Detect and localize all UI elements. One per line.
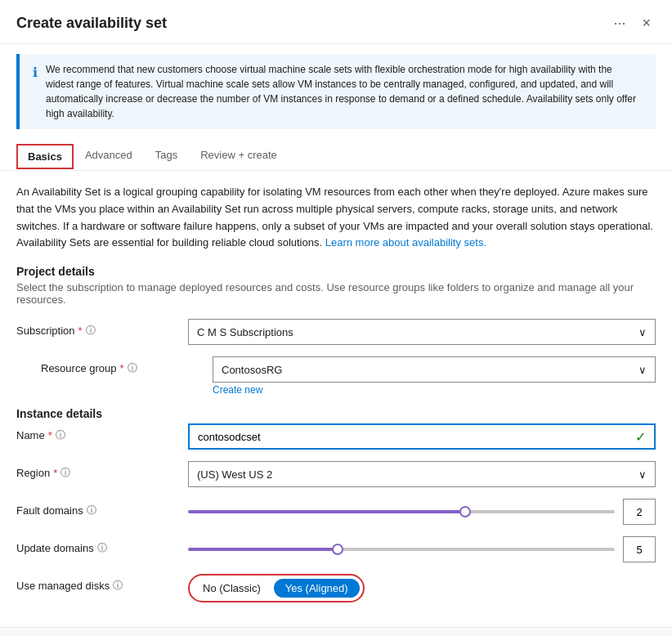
region-arrow-icon: ∨ [638, 468, 647, 481]
managed-disks-no-btn[interactable]: No (Classic) [191, 577, 272, 599]
managed-disks-yes-btn[interactable]: Yes (Aligned) [274, 579, 360, 598]
fault-domains-slider-row: 2 [188, 499, 656, 525]
subscription-dropdown[interactable]: C M S Subscriptions ∨ [188, 319, 656, 345]
header-actions: ··· × [608, 13, 656, 34]
info-banner-text: We recommend that new customers choose v… [46, 62, 643, 121]
project-details-title: Project details [16, 265, 656, 278]
tab-tags[interactable]: Tags [144, 142, 189, 170]
update-domains-label: Update domains ⓘ [16, 536, 180, 555]
fault-domains-info-icon[interactable]: ⓘ [87, 504, 96, 517]
region-row: Region * ⓘ (US) West US 2 ∨ [16, 461, 656, 487]
name-required: * [48, 429, 52, 441]
info-icon: ℹ [33, 63, 38, 121]
dialog-header: Create availability set ··· × [0, 0, 672, 44]
fault-domains-slider-track [188, 510, 615, 513]
dialog-title: Create availability set [16, 15, 167, 32]
update-domains-slider-track [188, 548, 615, 551]
managed-disks-info-icon[interactable]: ⓘ [113, 579, 123, 593]
fault-domains-label: Fault domains ⓘ [16, 499, 180, 517]
resource-group-control: ContososRG ∨ Create new [213, 356, 656, 396]
rg-arrow-icon: ∨ [638, 364, 647, 376]
tab-advanced[interactable]: Advanced [74, 142, 144, 170]
update-domains-info-icon[interactable]: ⓘ [97, 541, 107, 555]
name-label: Name * ⓘ [16, 423, 180, 442]
subscription-row: Subscription * ⓘ C M S Subscriptions ∨ [16, 319, 656, 345]
update-domains-slider-thumb[interactable] [332, 544, 343, 555]
fault-domains-value: 2 [623, 499, 656, 525]
close-button[interactable]: × [637, 13, 656, 34]
resource-group-row: Resource group * ⓘ ContososRG ∨ Create n… [41, 356, 656, 396]
update-domains-slider-row: 5 [188, 536, 656, 562]
name-input[interactable]: contosodcset ✓ [188, 423, 656, 450]
fault-domains-slider-thumb[interactable] [459, 506, 471, 517]
update-domains-value: 5 [623, 536, 656, 562]
managed-disks-label: Use managed disks ⓘ [16, 574, 180, 593]
update-domains-row: Update domains ⓘ 5 [16, 536, 656, 562]
name-row: Name * ⓘ contosodcset ✓ [16, 423, 656, 450]
learn-more-link[interactable]: Learn more about availability sets. [325, 236, 486, 249]
fault-domains-slider-container [188, 502, 615, 522]
subscription-control: C M S Subscriptions ∨ [188, 319, 656, 345]
region-required: * [53, 467, 57, 479]
tab-basics[interactable]: Basics [16, 144, 74, 169]
managed-disks-control: No (Classic) Yes (Aligned) [188, 574, 656, 602]
resource-group-label: Resource group * ⓘ [41, 356, 204, 375]
resource-group-dropdown[interactable]: ContososRG ∨ [213, 356, 656, 383]
region-control: (US) West US 2 ∨ [188, 461, 656, 487]
update-domains-slider-container [188, 540, 615, 559]
update-domains-control: 5 [188, 536, 656, 562]
name-valid-icon: ✓ [635, 429, 646, 445]
name-control: contosodcset ✓ [188, 423, 656, 450]
region-dropdown[interactable]: (US) West US 2 ∨ [188, 461, 656, 487]
managed-disks-toggle-group: No (Classic) Yes (Aligned) [188, 574, 365, 602]
tab-review-create[interactable]: Review + create [189, 142, 289, 170]
tabs-container: Basics Advanced Tags Review + create [0, 142, 672, 171]
project-details-desc: Select the subscription to manage deploy… [16, 281, 656, 306]
fault-domains-control: 2 [188, 499, 656, 525]
rg-required: * [120, 362, 124, 374]
rg-info-icon[interactable]: ⓘ [128, 361, 137, 375]
project-details-section: Project details Select the subscription … [16, 265, 656, 396]
region-info-icon[interactable]: ⓘ [60, 466, 70, 480]
create-availability-set-dialog: Create availability set ··· × ℹ We recom… [0, 0, 672, 636]
dialog-footer: Review + create < Previous Next : Advanc… [0, 627, 672, 636]
region-label: Region * ⓘ [16, 461, 180, 480]
info-banner: ℹ We recommend that new customers choose… [16, 54, 656, 129]
subscription-required: * [78, 325, 83, 337]
description-text: An Availability Set is a logical groupin… [16, 184, 656, 252]
managed-disks-row: Use managed disks ⓘ No (Classic) Yes (Al… [16, 574, 656, 602]
subscription-info-icon[interactable]: ⓘ [86, 324, 96, 338]
main-content: An Availability Set is a logical groupin… [0, 171, 672, 627]
instance-details-section: Instance details Name * ⓘ contosodcset ✓ [16, 407, 656, 602]
fault-domains-row: Fault domains ⓘ 2 [16, 499, 656, 525]
subscription-label: Subscription * ⓘ [16, 319, 180, 338]
subscription-arrow-icon: ∨ [638, 326, 647, 338]
instance-details-title: Instance details [16, 407, 656, 420]
create-new-rg-link[interactable]: Create new [213, 384, 656, 396]
more-options-button[interactable]: ··· [608, 13, 630, 34]
name-info-icon[interactable]: ⓘ [56, 428, 65, 442]
